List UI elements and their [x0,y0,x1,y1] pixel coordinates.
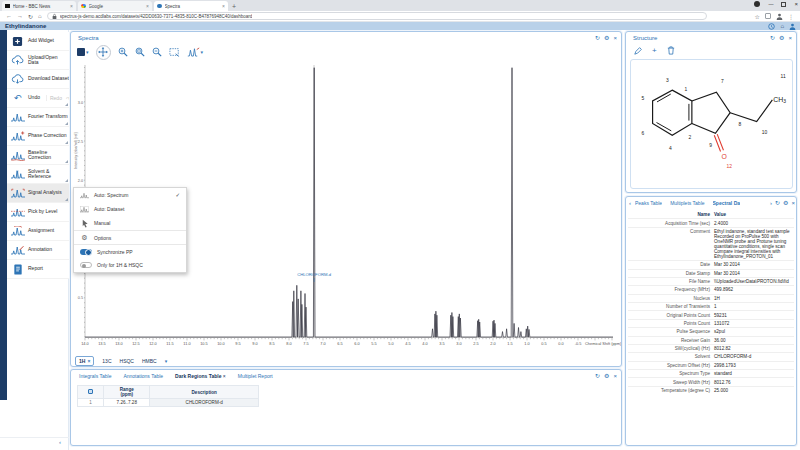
toggle-off-icon[interactable] [80,262,92,268]
tables-tab-dark-regions-table[interactable]: Dark Regions Table × [175,373,226,379]
spectrum-tab-hmbc[interactable]: HMBC [142,358,157,364]
close-icon[interactable]: × [613,372,617,380]
menu-item-manual[interactable]: Manual [74,216,186,230]
history-icon[interactable] [768,23,775,30]
browser-tab-spectra[interactable]: Spectra × [154,1,228,11]
parameter-row[interactable]: Spectrum Offset (Hz)2998.1793 [628,361,794,369]
maximize-button[interactable] [781,2,786,7]
app-user-icon[interactable] [789,23,796,30]
spectrum-tab-hsqc[interactable]: HSQC [120,358,134,364]
tables-tab-integrals-table[interactable]: Integrals Table [79,373,111,379]
data-tab-multiplets-table[interactable]: Multiplets Table [670,200,704,206]
menu-item-only-for-1h-hsqc[interactable]: Only for 1H & HSQC [74,258,186,272]
parameter-row[interactable]: Number of Transients1 [628,302,794,310]
sidebar-item-baseline-correction[interactable]: Baseline Correction [7,146,69,165]
menu-item-auto-dataset[interactable]: Auto: Dataset [74,202,186,216]
browser-menu-icon[interactable]: ⋮ [788,13,794,20]
url-field[interactable]: spectrus-js-demo.acdlabs.com/datasets/42… [47,12,707,20]
gear-icon[interactable]: ⚙ [779,34,784,42]
back-icon[interactable]: ← [6,13,12,19]
table-row[interactable]: 17.26..7.28CHLOROFORM-d [78,399,259,407]
new-tab-button[interactable]: + [232,2,236,11]
profile-avatar-icon[interactable] [776,13,783,20]
gear-icon[interactable]: ⚙ [604,372,609,380]
spectrum-tabs-chevron-icon[interactable]: ▾ [165,358,168,364]
select-all-header[interactable] [78,386,104,399]
close-icon[interactable]: × [791,199,795,207]
browser-profile-icon[interactable] [754,1,760,7]
parameter-row[interactable]: File Name\\UploadedUserData\PROTON.fid\f… [628,277,794,285]
parameter-row[interactable]: CommentEthyl indanone, standard test sam… [628,227,794,260]
sidebar-item-report[interactable]: Report [7,260,69,279]
refresh-icon[interactable]: ↻ [770,34,775,42]
parameter-row[interactable]: Frequency (MHz)499.8962 [628,285,794,293]
zoom-out-button[interactable] [152,47,162,57]
sidebar-item-undo[interactable]: ↶ UndoRedo↷ [7,89,69,108]
tab-close-icon[interactable]: × [146,3,149,9]
peak-picking-button[interactable]: ▾ [187,47,204,57]
parameter-row[interactable]: Nucleus1H [628,294,794,302]
tab-close-icon[interactable]: × [222,3,225,9]
parameter-row[interactable]: Points Count131072 [628,319,794,327]
close-icon[interactable]: × [613,34,617,42]
close-icon[interactable]: × [788,34,792,42]
spectrum-tab-13c[interactable]: 13C [102,358,111,364]
browser-tab-home-bbc-news[interactable]: Home - BBC News × [2,1,76,11]
parameter-row[interactable]: Date StampMar 30 2014 [628,269,794,277]
parameter-row[interactable]: Acquisition Time (sec)2.4000 [628,218,794,226]
sidebar-item-upload-open-data[interactable]: Upload/Open Data [7,51,69,70]
menu-item-auto-spectrum[interactable]: Auto: Spectrum✓ [74,188,186,202]
sidebar-item-pick-by-level[interactable]: Pick by Level [7,203,69,222]
sidebar-item-fourier-transform[interactable]: Fourier Transform [7,108,69,127]
add-structure-icon[interactable]: + [652,47,657,55]
menu-item-options[interactable]: ⚙Options [74,230,186,244]
home-icon[interactable]: ⌂ [38,13,42,19]
display-mode-button[interactable]: ▾ [77,48,89,56]
collapse-sidebar-icon[interactable]: ‹ [59,439,61,445]
parameter-row[interactable]: Pulse Sequences2pul [628,327,794,335]
parameter-row[interactable]: Temperature (degree C)25.000 [628,386,794,394]
extensions-icon[interactable] [765,13,771,19]
bookmark-star-icon[interactable]: ☆ [755,13,760,20]
sidebar-item-annotation[interactable]: Annotation [7,241,69,260]
sidebar-item-solvent-reference[interactable]: Solvent & Reference [7,165,69,184]
refresh-icon[interactable]: ↻ [775,199,780,207]
tab-close-icon[interactable]: × [223,373,226,379]
sidebar-item-assignment[interactable]: Assignment [7,222,69,241]
sidebar-item-download-dataset[interactable]: Download Dataset [7,70,69,89]
forward-icon[interactable]: → [17,13,23,19]
tabs-prev-icon[interactable]: ‹ [629,200,631,206]
tabs-next-icon[interactable]: › [770,200,772,206]
menu-item-synchronize-pp[interactable]: Synchronize PP [74,244,186,258]
tables-tab-multiplet-report[interactable]: Multiplet Report [238,373,273,379]
parameter-row[interactable]: SolventCHLOROFORM-d [628,352,794,360]
parameter-row[interactable]: Spectrum Typestandard [628,369,794,377]
edit-structure-icon[interactable] [634,47,642,55]
sidebar-item-phase-correction[interactable]: Phase Correction [7,127,69,146]
gear-icon[interactable]: ⚙ [604,34,609,42]
tables-tab-annotations-table[interactable]: Annotations Table [123,373,163,379]
parameter-row[interactable]: SW(cyclical) (Hz)8012.82 [628,344,794,352]
spectrum-tab-1h[interactable]: 1H× [75,356,94,366]
sidebar-item-add-widget[interactable]: Add Widget [7,32,69,51]
parameter-row[interactable]: Receiver Gain36.00 [628,336,794,344]
structure-canvas[interactable]: 123456789101112OCH3 [630,59,793,189]
parameter-row[interactable]: Original Points Count59231 [628,310,794,318]
minimize-button[interactable]: — [768,1,773,7]
delete-structure-icon[interactable] [667,46,675,55]
tab-close-icon[interactable]: × [87,358,90,364]
data-tab-peaks-table[interactable]: Peaks Table [635,200,662,206]
app-home-icon[interactable]: ⌂ [780,23,784,29]
reload-icon[interactable]: ↻ [28,13,33,20]
parameter-row[interactable]: DateMar 30 2014 [628,260,794,268]
sidebar-item-signal-analysis[interactable]: Signal Analysis [7,184,69,203]
gear-icon[interactable]: ⚙ [783,199,788,207]
zoom-region-button[interactable] [169,47,180,57]
data-tab-spectral-da[interactable]: Spectral Da [713,200,740,206]
window-close-button[interactable]: × [794,1,798,7]
redo-button[interactable]: Redo [46,95,62,101]
browser-tab-google[interactable]: Google × [78,1,152,11]
toggle-on-icon[interactable] [80,249,92,255]
sidebar-collapse-bar[interactable]: ‹ [0,437,69,445]
zoom-in-button[interactable] [118,47,128,57]
